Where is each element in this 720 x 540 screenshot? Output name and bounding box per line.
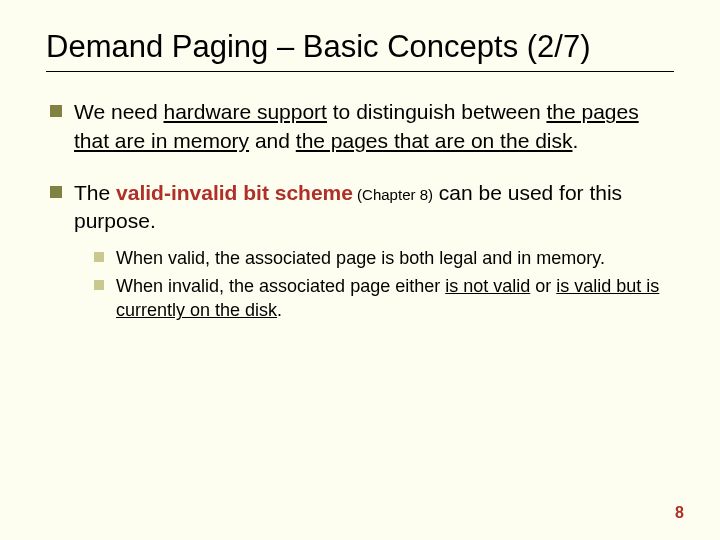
square-bullet-icon <box>50 105 62 117</box>
bullet-1: We need hardware support to distinguish … <box>46 98 674 155</box>
underline-is-not-valid: is not valid <box>445 276 530 296</box>
sub-bullet-2-text: When invalid, the associated page either… <box>116 274 674 323</box>
underline-hardware-support: hardware support <box>164 100 327 123</box>
sub-bullet-1: When valid, the associated page is both … <box>46 246 674 270</box>
text-fragment: When invalid, the associated page either <box>116 276 445 296</box>
sub-bullet-2: When invalid, the associated page either… <box>46 274 674 323</box>
chapter-ref: (Chapter 8) <box>353 186 433 203</box>
bullet-2: The valid-invalid bit scheme (Chapter 8)… <box>46 179 674 236</box>
text-fragment: . <box>573 129 579 152</box>
slide: Demand Paging – Basic Concepts (2/7) We … <box>0 0 720 346</box>
text-fragment: to distinguish between <box>327 100 546 123</box>
square-bullet-icon <box>50 186 62 198</box>
text-fragment: . <box>277 300 282 320</box>
text-fragment: We need <box>74 100 164 123</box>
text-fragment: or <box>530 276 556 296</box>
bold-valid-invalid-scheme: valid-invalid bit scheme <box>116 181 353 204</box>
text-fragment: The <box>74 181 116 204</box>
bullet-2-text: The valid-invalid bit scheme (Chapter 8)… <box>74 179 674 236</box>
sub-bullet-1-text: When valid, the associated page is both … <box>116 246 605 270</box>
bullet-1-text: We need hardware support to distinguish … <box>74 98 674 155</box>
slide-title: Demand Paging – Basic Concepts (2/7) <box>46 28 674 65</box>
text-fragment: and <box>249 129 296 152</box>
square-bullet-icon <box>94 252 104 262</box>
underline-pages-on-disk: the pages that are on the disk <box>296 129 573 152</box>
page-number: 8 <box>675 504 684 522</box>
square-bullet-icon <box>94 280 104 290</box>
title-underline <box>46 71 674 72</box>
